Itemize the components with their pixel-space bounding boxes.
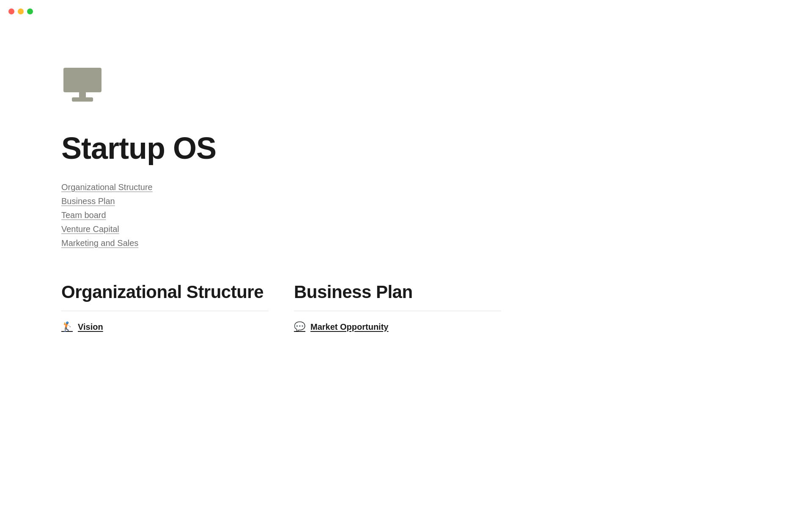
sections-grid: Organizational Structure 🏌️ Vision Busin… <box>61 282 527 332</box>
minimize-button[interactable] <box>18 8 24 14</box>
vision-item[interactable]: 🏌️ Vision <box>61 321 269 332</box>
svg-rect-2 <box>72 97 93 102</box>
monitor-icon <box>61 68 592 105</box>
nav-link-org-structure[interactable]: Organizational Structure <box>61 182 153 192</box>
market-opportunity-item[interactable]: 💬 Market Opportunity <box>294 321 501 332</box>
traffic-lights <box>8 8 33 14</box>
nav-links: Organizational Structure Business Plan T… <box>61 182 592 248</box>
business-plan-divider <box>294 311 501 311</box>
vision-emoji: 🏌️ <box>61 321 73 332</box>
market-opportunity-label: Market Opportunity <box>310 322 388 332</box>
org-structure-divider <box>61 311 269 311</box>
maximize-button[interactable] <box>27 8 33 14</box>
page-title: Startup OS <box>61 131 592 166</box>
svg-rect-1 <box>79 92 86 98</box>
close-button[interactable] <box>8 8 14 14</box>
business-plan-title: Business Plan <box>294 282 501 302</box>
vision-label: Vision <box>78 322 103 332</box>
main-content: Startup OS Organizational Structure Busi… <box>0 0 592 366</box>
svg-rect-0 <box>63 68 102 92</box>
nav-link-venture-capital[interactable]: Venture Capital <box>61 224 119 234</box>
nav-link-business-plan[interactable]: Business Plan <box>61 196 115 206</box>
org-structure-section: Organizational Structure 🏌️ Vision <box>61 282 294 332</box>
nav-link-team-board[interactable]: Team board <box>61 210 106 220</box>
org-structure-title: Organizational Structure <box>61 282 269 302</box>
market-opportunity-emoji: 💬 <box>294 321 305 332</box>
nav-link-marketing-sales[interactable]: Marketing and Sales <box>61 238 138 248</box>
business-plan-section: Business Plan 💬 Market Opportunity <box>294 282 527 332</box>
